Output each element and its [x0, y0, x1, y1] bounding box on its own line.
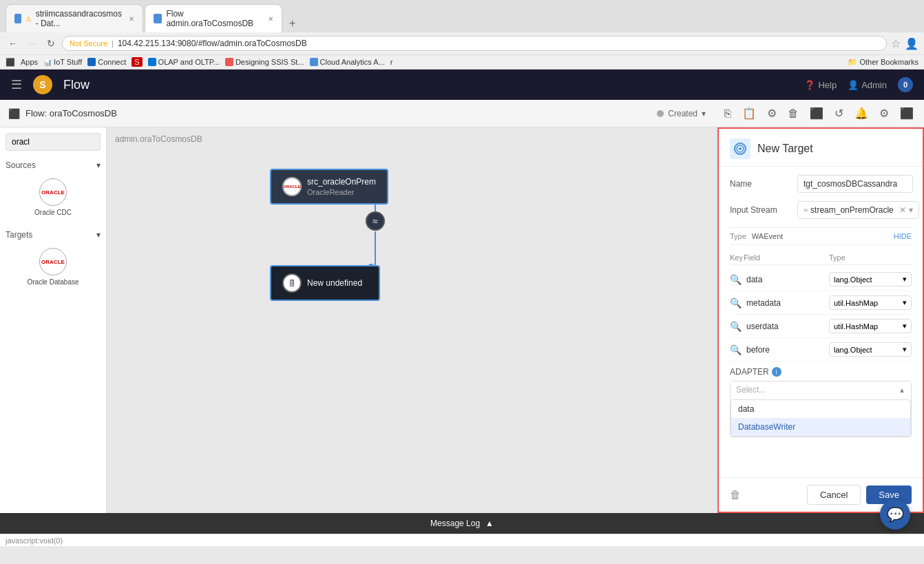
toolbar-copy-icon[interactable]: ⎘ — [722, 105, 733, 122]
row-type-data[interactable]: lang.Object ▾ — [829, 272, 912, 286]
bookmark-iot[interactable]: 📊IoT Stuff — [43, 58, 82, 66]
cancel-button[interactable]: Cancel — [807, 485, 861, 505]
adapter-option-data[interactable]: data — [731, 400, 910, 418]
chat-button[interactable]: 💬 — [880, 499, 910, 530]
notification-badge[interactable]: 0 — [898, 77, 913, 92]
source-node[interactable]: ORACLE src_oracleOnPrem OracleReader — [270, 169, 388, 205]
connector-container: ≈ — [366, 211, 385, 231]
profile-icon[interactable]: 👤 — [905, 37, 918, 50]
message-log[interactable]: Message Log ▲ — [0, 513, 924, 534]
name-input[interactable] — [797, 175, 913, 193]
oracle-db-item[interactable]: ORACLE Oracle Database — [6, 242, 101, 291]
back-button[interactable]: ← — [6, 36, 21, 50]
browser-tab-1[interactable]: ⚠ striimcassandracosmos - Dat... ✕ — [6, 4, 143, 32]
url-bar[interactable]: Not Secure | 104.42.215.134:9080/#flow/a… — [62, 36, 887, 51]
status-bar: javascript:void(0) — [0, 534, 924, 546]
input-stream-select[interactable]: ≈ stream_onPremOracle ✕ ▾ — [797, 201, 919, 219]
adapter-label: ADAPTER i — [730, 367, 912, 377]
toolbar-paste-icon[interactable]: 📋 — [740, 105, 758, 122]
adapter-placeholder: Select... — [736, 385, 766, 395]
name-row: Name — [730, 175, 912, 193]
adapter-option-databasewriter[interactable]: DatabaseWriter — [731, 418, 910, 436]
app-logo: S — [33, 75, 52, 94]
url-separator: | — [112, 39, 114, 48]
bookmark-cloud[interactable]: Cloud Analytics A... — [310, 58, 385, 66]
header-type: Type — [829, 253, 912, 262]
footer-trash-icon[interactable]: 🗑 — [730, 489, 741, 501]
row-field-data: data — [746, 275, 826, 284]
admin-button[interactable]: 👤 Admin — [848, 80, 887, 90]
connector-icon: ≈ — [366, 211, 385, 231]
new-tab-button[interactable]: + — [284, 14, 301, 32]
stream-clear-icon[interactable]: ✕ — [899, 205, 906, 215]
star-icon[interactable]: ☆ — [891, 37, 901, 50]
flow-status[interactable]: Created ▾ — [657, 109, 706, 118]
tab-warning-icon: ⚠ — [25, 15, 32, 23]
browser-chrome: ⚠ striimcassandracosmos - Dat... ✕ Flow … — [0, 0, 924, 70]
type-select-before[interactable]: lang.Object ▾ — [829, 342, 912, 357]
row-key-userdata: 🔍 — [730, 321, 744, 332]
sources-section-header[interactable]: Sources ▾ — [6, 158, 101, 173]
type-select-metadata[interactable]: util.HashMap ▾ — [829, 295, 912, 310]
other-bookmarks[interactable]: 📁 Other Bookmarks — [848, 58, 918, 67]
type-select-data[interactable]: lang.Object ▾ — [829, 272, 912, 286]
header-key: Key — [730, 253, 744, 262]
row-type-before[interactable]: lang.Object ▾ — [829, 342, 912, 357]
type-hide-button[interactable]: HIDE — [894, 232, 912, 240]
adapter-dropdown[interactable]: Select... ▲ data DatabaseWriter — [730, 381, 912, 437]
row-key-before: 🔍 — [730, 344, 744, 355]
search-bar[interactable]: ✕ — [6, 133, 101, 151]
tab-favicon-2 — [154, 14, 162, 23]
tab-close-2[interactable]: ✕ — [268, 15, 273, 23]
adapter-select-bar[interactable]: Select... ▲ — [731, 382, 911, 398]
help-label: Help — [818, 80, 837, 90]
app-header: ☰ S Flow ❓ Help 👤 Admin 0 — [0, 70, 924, 100]
bookmark-ssis[interactable]: Designing SSIS St... — [225, 58, 304, 66]
toolbar-refresh-icon[interactable]: ↺ — [832, 105, 846, 122]
toolbar-table-icon[interactable]: ⬛ — [808, 105, 826, 122]
type-select-userdata[interactable]: util.HashMap ▾ — [829, 319, 912, 333]
targets-section-header[interactable]: Targets ▾ — [6, 227, 101, 242]
left-panel: ✕ Sources ▾ ORACLE Oracle CDC Targets ▾ … — [0, 127, 107, 513]
admin-icon: 👤 — [848, 80, 859, 90]
hamburger-menu[interactable]: ☰ — [11, 77, 22, 92]
canvas-area[interactable]: admin.oraToCosmosDB ORACLE src_oracleOnP… — [107, 127, 717, 513]
input-stream-row: Input Stream ≈ stream_onPremOracle ✕ ▾ — [730, 201, 912, 219]
bookmark-apps[interactable]: Apps — [21, 58, 38, 66]
canvas-label: admin.oraToCosmosDB — [115, 134, 202, 144]
oracle-db-icon: ORACLE — [39, 248, 67, 275]
help-button[interactable]: ❓ Help — [804, 80, 837, 90]
bookmark-r[interactable]: r — [390, 58, 393, 66]
flow-toolbar: ⬛ Flow: oraToCosmosDB Created ▾ ⎘ 📋 ⚙ 🗑 … — [0, 100, 924, 127]
table-row-userdata: 🔍 userdata util.HashMap ▾ — [730, 315, 912, 338]
toolbar-connect-icon[interactable]: ⚙ — [765, 105, 779, 122]
row-type-metadata[interactable]: util.HashMap ▾ — [829, 295, 912, 310]
reload-button[interactable]: ↻ — [44, 36, 58, 50]
bookmark-s[interactable]: S — [132, 57, 142, 67]
oracle-db-label: Oracle Database — [27, 278, 78, 286]
search-input[interactable] — [12, 137, 115, 147]
target-node[interactable]: 🗄 New undefined — [270, 265, 380, 301]
bookmark-connect[interactable]: Connect — [87, 58, 126, 66]
toolbar-icons: ⎘ 📋 ⚙ 🗑 ⬛ ↺ 🔔 ⚙ ⬛ — [722, 105, 916, 122]
bookmark-olap[interactable]: OLAP and OLTP... — [148, 58, 220, 66]
browser-tab-2[interactable]: Flow admin.oraToCosmosDB ✕ — [145, 4, 282, 32]
toolbar-grid-icon[interactable]: ⬛ — [898, 105, 916, 122]
stream-icon: ≈ — [804, 206, 808, 214]
stream-chevron[interactable]: ▾ — [909, 205, 913, 215]
status-text: javascript:void(0) — [6, 536, 63, 545]
status-text: Created — [668, 109, 697, 118]
target-node-icon: 🗄 — [282, 273, 302, 293]
toolbar-delete-icon[interactable]: 🗑 — [786, 105, 801, 122]
type-chevron-data: ▾ — [903, 275, 907, 284]
adapter-info-icon[interactable]: i — [772, 367, 781, 377]
forward-button[interactable]: → — [25, 36, 40, 50]
flow-breadcrumb-icon: ⬛ — [8, 108, 20, 119]
oracle-cdc-item[interactable]: ORACLE Oracle CDC — [6, 173, 101, 222]
toolbar-settings-icon[interactable]: ⚙ — [877, 105, 891, 122]
toolbar-bell-icon[interactable]: 🔔 — [852, 105, 870, 122]
tab-close-1[interactable]: ✕ — [129, 15, 134, 23]
row-type-userdata[interactable]: util.HashMap ▾ — [829, 319, 912, 333]
apps-icon: ⬛ — [6, 58, 15, 67]
sources-section: Sources ▾ ORACLE Oracle CDC — [6, 158, 101, 222]
